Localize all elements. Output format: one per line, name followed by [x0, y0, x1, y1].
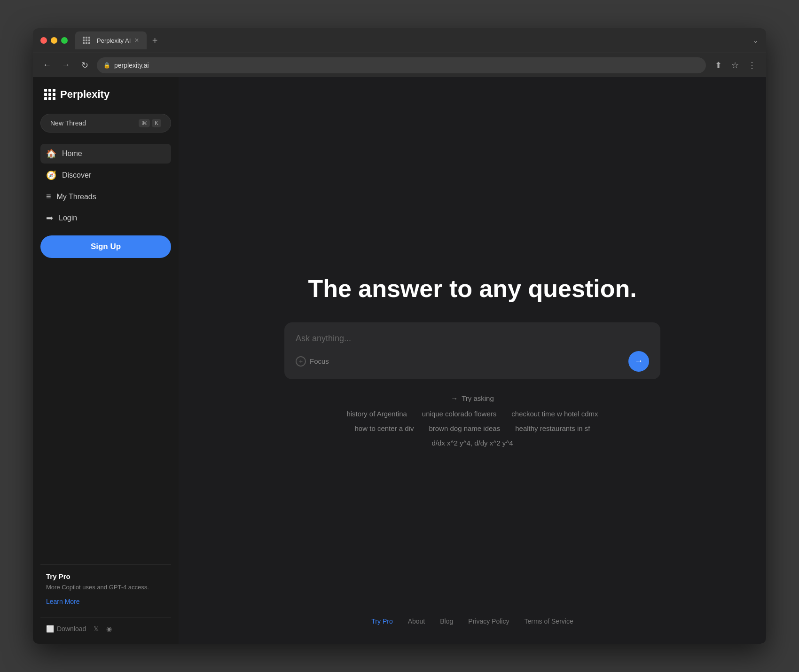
- tab-favicon: [83, 37, 90, 44]
- sidebar-item-login[interactable]: ➡ Login: [40, 208, 171, 228]
- twitter-item[interactable]: 𝕏: [94, 625, 99, 633]
- footer-try-pro-link[interactable]: Try Pro: [371, 617, 392, 625]
- suggestion-chip[interactable]: history of Argentina: [346, 410, 407, 418]
- more-button[interactable]: ⋮: [745, 59, 759, 72]
- address-bar[interactable]: 🔒 perplexity.ai: [97, 57, 706, 73]
- sidebar-item-home-label: Home: [62, 149, 82, 158]
- suggestion-chip[interactable]: unique colorado flowers: [422, 410, 496, 418]
- sidebar-footer: ⬜ Download 𝕏 ◉: [40, 617, 171, 633]
- search-box[interactable]: Ask anything... + Focus →: [284, 322, 660, 379]
- sidebar-item-discover[interactable]: 🧭 Discover: [40, 165, 171, 185]
- download-icon: ⬜: [46, 625, 54, 633]
- pro-title: Try Pro: [46, 572, 165, 580]
- main-content: The answer to any question. Ask anything…: [179, 77, 766, 644]
- focus-plus-icon: +: [296, 356, 306, 367]
- download-item[interactable]: ⬜ Download: [46, 625, 86, 633]
- sidebar-item-login-label: Login: [59, 214, 77, 222]
- sidebar-item-discover-label: Discover: [62, 171, 91, 180]
- tab-close-button[interactable]: ×: [134, 36, 139, 45]
- hero-section: The answer to any question. Ask anything…: [284, 274, 660, 446]
- tab-title: Perplexity AI: [97, 37, 131, 44]
- home-icon: 🏠: [46, 148, 56, 159]
- suggestion-chip[interactable]: checkout time w hotel cdmx: [511, 410, 598, 418]
- suggestion-row-2: how to center a div brown dog name ideas…: [355, 424, 590, 432]
- footer-about-link[interactable]: About: [408, 617, 425, 625]
- sidebar-item-threads-label: My Threads: [57, 193, 96, 201]
- logo-area: Perplexity: [40, 88, 171, 101]
- keyboard-shortcut: ⌘ K: [139, 119, 161, 127]
- discord-item[interactable]: ◉: [106, 625, 112, 633]
- suggestion-chip[interactable]: how to center a div: [355, 424, 414, 432]
- discord-icon: ◉: [106, 625, 112, 633]
- suggestion-chip[interactable]: healthy restaurants in sf: [515, 424, 590, 432]
- close-traffic-light[interactable]: [40, 37, 47, 44]
- footer-terms-link[interactable]: Terms of Service: [524, 617, 573, 625]
- twitter-icon: 𝕏: [94, 625, 99, 633]
- discover-icon: 🧭: [46, 170, 56, 180]
- maximize-traffic-light[interactable]: [61, 37, 68, 44]
- suggestion-row-3: d/dx x^2 y^4, d/dy x^2 y^4: [431, 439, 513, 447]
- bookmark-button[interactable]: ☆: [728, 59, 742, 72]
- app-content: Perplexity New Thread ⌘ K 🏠 Home 🧭 Disco…: [33, 77, 766, 644]
- focus-label: Focus: [310, 357, 329, 365]
- login-icon: ➡: [46, 213, 53, 223]
- pro-section: Try Pro More Copilot uses and GPT-4 acce…: [40, 564, 171, 613]
- title-bar: Perplexity AI × + ⌄: [33, 28, 766, 53]
- reload-button[interactable]: ↻: [78, 59, 91, 72]
- traffic-lights: [40, 37, 68, 44]
- try-asking-label: → Try asking: [451, 394, 494, 402]
- search-placeholder: Ask anything...: [296, 334, 351, 343]
- footer-privacy-link[interactable]: Privacy Policy: [468, 617, 509, 625]
- arrow-right-icon: →: [634, 356, 643, 366]
- minimize-traffic-light[interactable]: [51, 37, 57, 44]
- tab-bar: Perplexity AI × + ⌄: [75, 31, 759, 49]
- sidebar-item-home[interactable]: 🏠 Home: [40, 144, 171, 164]
- active-tab[interactable]: Perplexity AI ×: [75, 31, 147, 49]
- kbd-k: K: [152, 119, 161, 127]
- url-text: perplexity.ai: [114, 62, 699, 69]
- lock-icon: 🔒: [103, 62, 110, 69]
- browser-chevron-icon[interactable]: ⌄: [753, 37, 759, 44]
- suggestion-chip[interactable]: brown dog name ideas: [429, 424, 500, 432]
- learn-more-link[interactable]: Learn More: [46, 598, 80, 605]
- nav-bar: ← → ↻ 🔒 perplexity.ai ⬆ ☆ ⋮: [33, 53, 766, 77]
- threads-icon: ≡: [46, 192, 51, 202]
- forward-button[interactable]: →: [59, 59, 72, 72]
- try-asking-arrow-icon: →: [451, 394, 458, 402]
- kbd-cmd: ⌘: [139, 119, 150, 127]
- sign-up-button[interactable]: Sign Up: [40, 235, 171, 258]
- download-label: Download: [57, 625, 86, 633]
- sidebar: Perplexity New Thread ⌘ K 🏠 Home 🧭 Disco…: [33, 77, 179, 644]
- pro-desc: More Copilot uses and GPT-4 access.: [46, 583, 165, 592]
- new-thread-label: New Thread: [50, 119, 86, 127]
- footer-links: Try Pro About Blog Privacy Policy Terms …: [371, 617, 573, 625]
- suggestion-chip[interactable]: d/dx x^2 y^4, d/dy x^2 y^4: [431, 439, 513, 447]
- submit-button[interactable]: →: [628, 351, 649, 372]
- hero-title: The answer to any question.: [308, 274, 636, 303]
- back-button[interactable]: ←: [40, 59, 54, 72]
- new-tab-button[interactable]: +: [149, 34, 162, 47]
- search-input[interactable]: Ask anything...: [296, 334, 649, 344]
- footer-blog-link[interactable]: Blog: [440, 617, 453, 625]
- search-bottom: + Focus →: [296, 351, 649, 372]
- logo-icon: [44, 89, 55, 100]
- try-asking-section: → Try asking history of Argentina unique…: [284, 394, 660, 447]
- share-button[interactable]: ⬆: [712, 59, 725, 72]
- sidebar-item-threads[interactable]: ≡ My Threads: [40, 187, 171, 206]
- logo-text: Perplexity: [60, 88, 110, 101]
- browser-window: Perplexity AI × + ⌄ ← → ↻ 🔒 perplexity.a…: [33, 28, 766, 644]
- nav-actions: ⬆ ☆ ⋮: [712, 59, 759, 72]
- suggestion-rows: history of Argentina unique colorado flo…: [284, 410, 660, 447]
- try-asking-text: Try asking: [462, 394, 494, 402]
- new-thread-button[interactable]: New Thread ⌘ K: [40, 114, 171, 133]
- suggestion-row-1: history of Argentina unique colorado flo…: [346, 410, 598, 418]
- focus-button[interactable]: + Focus: [296, 356, 329, 367]
- nav-items: 🏠 Home 🧭 Discover ≡ My Threads ➡ Login: [40, 144, 171, 228]
